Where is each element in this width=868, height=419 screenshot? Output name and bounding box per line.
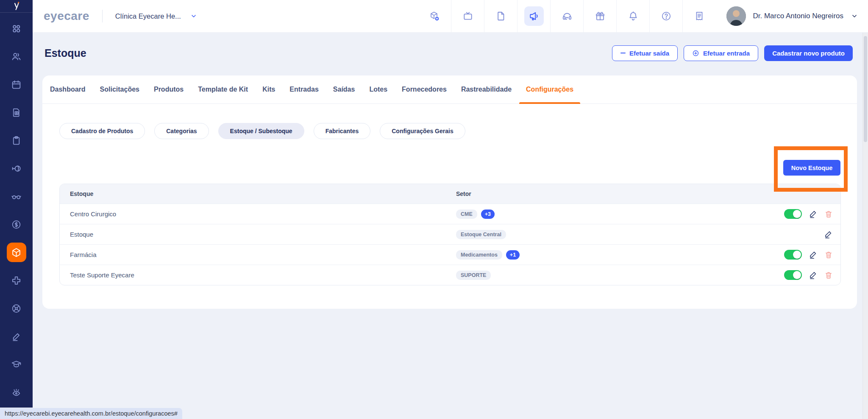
tab-dashboard[interactable]: Dashboard [50,75,86,103]
sidebar-item-clipboard[interactable] [0,126,33,154]
receipt-icon [694,11,705,22]
edit-button[interactable] [809,250,818,259]
eyecare-logo-mark[interactable] [0,0,33,13]
subtab-estoque-subestoque[interactable]: Estoque / Subestoque [218,123,304,139]
delete-button[interactable] [824,251,833,259]
megaphone-button[interactable] [517,0,550,32]
help-button[interactable] [649,0,682,32]
tv-button[interactable] [451,0,484,32]
tab-entradas[interactable]: Entradas [289,75,318,103]
sidebar-item-glasses[interactable] [0,182,33,210]
page-actions: Efetuar saída Efetuar entrada Cadastrar … [612,45,853,61]
y-logo-icon [11,1,22,11]
delete-button[interactable] [824,210,833,218]
sidebar-item-invoice[interactable] [0,98,33,126]
estoque-card: Dashboard Solicitações Produtos Template… [42,75,857,309]
invoice-icon [11,107,22,118]
edit-button[interactable] [809,210,818,218]
user-chevron-down-icon [851,13,858,20]
chevron-down-icon [190,13,197,20]
trash-icon [824,210,833,218]
user-menu[interactable]: Dr. Marco Antonio Negreiros [726,6,858,26]
tab-template-de-kit[interactable]: Template de Kit [198,75,248,103]
tab-solicitacoes[interactable]: Solicitações [100,75,139,103]
table-header-row: Estoque Setor [60,184,840,204]
avatar-photo [726,6,746,26]
apps-grid-icon [11,23,22,34]
tab-kits[interactable]: Kits [262,75,275,103]
sidebar-item-helm[interactable] [0,294,33,322]
efetuar-saida-label: Efetuar saída [629,50,669,57]
table-row: Teste Suporte Eyecare SUPORTE [60,265,840,285]
row-actions [747,250,840,260]
sidebar-item-medical-cross[interactable] [0,266,33,294]
dollar-circle-icon [11,219,22,230]
edit-pencil-icon [809,271,818,279]
helm-icon [11,303,22,314]
row-actions [747,270,840,280]
scrollbar-thumb[interactable] [864,36,867,142]
sector-tag: Medicamentos [456,250,502,260]
tab-produtos[interactable]: Produtos [154,75,184,103]
graduation-cap-icon [11,359,22,370]
delete-button[interactable] [824,271,833,279]
efetuar-entrada-button[interactable]: Efetuar entrada [684,45,758,61]
table-row: Farmácia Medicamentos +1 [60,244,840,265]
gift-button[interactable] [583,0,616,32]
notifications-button[interactable] [616,0,649,32]
enabled-toggle[interactable] [784,270,802,280]
enabled-toggle[interactable] [784,250,802,260]
active-item-highlight [7,243,26,262]
novo-estoque-button[interactable]: Novo Estoque [783,160,840,176]
bell-icon [628,11,639,22]
tab-lotes[interactable]: Lotes [369,75,387,103]
sidebar-item-notes[interactable] [0,322,33,350]
page-title: Estoque [45,47,86,59]
subtab-cadastro-de-produtos[interactable]: Cadastro de Produtos [59,123,145,139]
subtab-fabricantes[interactable]: Fabricantes [314,123,371,139]
tab-saidas[interactable]: Saídas [333,75,355,103]
sector-count-badge[interactable]: +1 [506,250,520,260]
cadastrar-produto-button[interactable]: Cadastrar novo produto [764,45,853,61]
package-add-icon [429,11,440,22]
glasses-icon [11,191,22,202]
sidebar-item-patients[interactable] [0,42,33,70]
tab-rastreabilidade[interactable]: Rastreabilidade [461,75,512,103]
plus-circle-icon [692,50,699,57]
subtab-categorias[interactable]: Categorias [154,123,209,139]
trash-icon [824,251,833,259]
brand-wordmark: eyecare [44,9,89,23]
efetuar-saida-button[interactable]: Efetuar saída [612,45,678,61]
header-divider [102,10,103,22]
cadastrar-produto-label: Cadastrar novo produto [772,50,845,57]
sidebar-item-academy[interactable] [0,350,33,378]
sidebar-nav [0,13,33,406]
clinic-selector[interactable]: Clínica Eyecare He... [115,12,197,20]
document-button[interactable] [484,0,517,32]
sector-cell: Estoque Central [456,230,747,239]
subtab-configuracoes-gerais[interactable]: Configurações Gerais [380,123,465,139]
sector-count-badge[interactable]: +3 [481,210,495,219]
sector-cell: Medicamentos +1 [456,250,747,260]
page-scrollbar[interactable] [862,33,868,419]
sidebar-item-apps-grid[interactable] [0,14,33,42]
toggle-knob [793,271,801,279]
row-actions [747,209,840,219]
sidebar-item-agenda[interactable] [0,70,33,98]
sidebar-item-financial[interactable] [0,210,33,238]
sidebar-item-exam-lens[interactable] [0,154,33,182]
sidebar-item-stock[interactable] [0,238,33,266]
document-icon [495,11,506,22]
table-row: Estoque Estoque Central [60,224,840,244]
enabled-toggle[interactable] [784,209,802,219]
package-add-button[interactable] [418,0,451,32]
support-button[interactable] [550,0,583,32]
tab-configuracoes[interactable]: Configurações [526,75,573,103]
edit-button[interactable] [824,230,833,239]
edit-button[interactable] [809,271,818,279]
eye-lashes-icon [11,387,22,398]
pencil-line-icon [11,331,22,342]
sidebar-item-eye[interactable] [0,378,33,406]
tab-fornecedores[interactable]: Fornecedores [402,75,447,103]
receipt-button[interactable] [682,0,715,32]
